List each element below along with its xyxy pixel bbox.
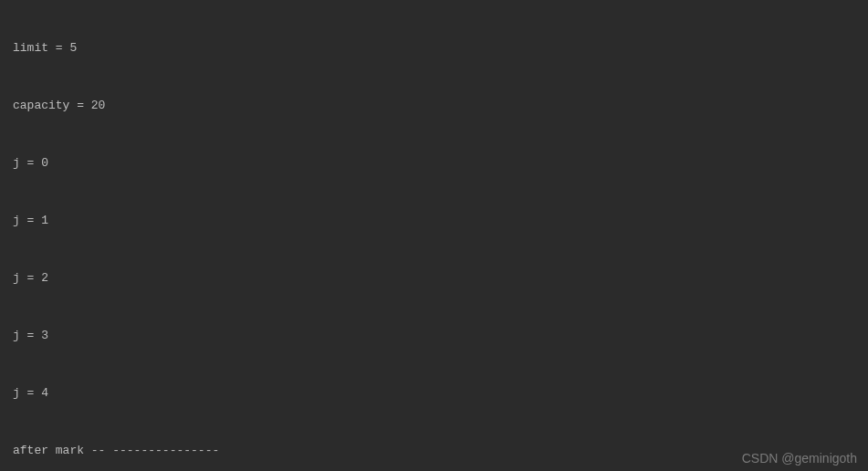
console-line: j = 0 (13, 153, 855, 173)
console-line: limit = 5 (13, 38, 855, 58)
console-line: capacity = 20 (13, 96, 855, 115)
console-output: limit = 5 capacity = 20 j = 0 j = 1 j = … (0, 0, 868, 471)
console-line: after mark -- --------------- (13, 441, 855, 460)
console-line: j = 4 (13, 383, 855, 403)
console-line: j = 3 (13, 326, 855, 345)
watermark: CSDN @geminigoth (742, 451, 857, 466)
console-line: j = 1 (13, 211, 855, 230)
console-line: j = 2 (13, 268, 855, 288)
